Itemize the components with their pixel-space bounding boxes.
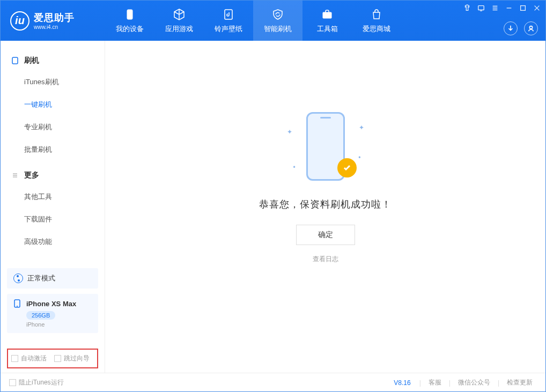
window-controls [463,4,541,12]
device-name: iPhone XS Max [26,300,76,308]
maximize-icon[interactable] [519,4,527,12]
menu-icon[interactable] [491,4,499,12]
success-illustration: ✦ ✦ • • [277,107,374,187]
refresh-shield-icon [271,8,284,21]
success-message: 恭喜您，保资料刷机成功啦！ [259,198,392,211]
device-small-icon [11,57,19,64]
footer-link-wechat[interactable]: 微信公众号 [454,378,495,387]
iphone-icon [13,299,22,308]
app-logo-icon: iu [10,11,29,31]
checkbox-label: 自动激活 [21,354,47,363]
tab-label: 智能刷机 [264,24,292,34]
device-storage-badge: 256GB [26,311,55,320]
tab-toolbox[interactable]: 工具箱 [302,1,352,41]
check-badge-icon [337,158,357,177]
checkbox-block-itunes[interactable]: 阻止iTunes运行 [9,378,64,387]
list-icon [11,172,19,179]
mode-icon [13,273,23,283]
tab-label: 我的设备 [116,24,144,34]
sparkle-icon: ✦ [287,128,292,136]
svg-point-8 [17,306,18,307]
svg-rect-0 [127,10,132,19]
main-content: ✦ ✦ • • 恭喜您，保资料刷机成功啦！ 确定 查看日志 [105,41,545,373]
sidebar-header-flash: 刷机 [1,50,105,71]
bag-icon [370,8,383,21]
svg-rect-3 [478,6,484,10]
tab-label: 工具箱 [317,24,338,34]
svg-rect-6 [12,57,18,64]
tab-flash[interactable]: 智能刷机 [253,1,302,41]
tab-ringtones[interactable]: 铃声壁纸 [204,1,253,41]
checkbox-label: 跳过向导 [64,354,90,363]
sparkle-icon: • [358,154,360,161]
sidebar-item-oneclick-flash[interactable]: 一键刷机 [1,93,105,116]
download-icon[interactable] [504,21,518,35]
device-type: iPhone [26,321,92,328]
checkbox-skip-guide[interactable]: 跳过向导 [54,354,90,363]
close-icon[interactable] [533,4,541,12]
view-log-link[interactable]: 查看日志 [313,255,338,264]
sidebar-section-title: 更多 [24,171,39,180]
svg-point-5 [529,26,532,29]
cube-icon [173,8,186,21]
header-actions [504,21,538,35]
minimize-icon[interactable] [505,4,513,12]
version-label: V8.16 [394,379,410,387]
sparkle-icon: ✦ [359,124,364,131]
checkbox-label: 阻止iTunes运行 [19,378,64,387]
sidebar-item-download-firmware[interactable]: 下载固件 [1,208,105,231]
checkbox-icon [11,355,18,362]
tab-apps-games[interactable]: 应用游戏 [154,1,204,41]
sparkle-icon: • [293,164,296,171]
svg-rect-4 [521,6,526,11]
tab-label: 应用游戏 [165,24,193,34]
checkbox-icon [9,379,16,386]
header-bar: iu 爱思助手 www.i4.cn 我的设备 应用游戏 铃声壁纸 智能刷机 工具… [1,1,545,41]
svg-rect-1 [225,10,232,19]
ok-button[interactable]: 确定 [296,225,355,245]
sidebar-item-itunes-flash[interactable]: iTunes刷机 [1,71,105,93]
tab-store[interactable]: 爱思商城 [352,1,401,41]
skin-icon[interactable] [463,4,471,12]
checkbox-icon [54,355,61,362]
logo-area: iu 爱思助手 www.i4.cn [1,11,105,31]
checkbox-auto-activate[interactable]: 自动激活 [11,354,47,363]
sidebar: 刷机 iTunes刷机 一键刷机 专业刷机 批量刷机 更多 其他工具 下载固件 … [1,41,105,373]
footer-link-support[interactable]: 客服 [424,378,446,387]
footer-link-update[interactable]: 检查更新 [503,378,537,387]
svg-rect-2 [323,12,331,18]
mode-label: 正常模式 [27,273,55,283]
tab-my-device[interactable]: 我的设备 [105,1,154,41]
sidebar-header-more: 更多 [1,165,105,186]
app-title: 爱思助手 [34,11,75,24]
music-icon [222,8,235,21]
sidebar-item-other-tools[interactable]: 其他工具 [1,186,105,208]
sidebar-section-title: 刷机 [24,56,39,65]
app-subtitle: www.i4.cn [34,24,75,30]
footer: 阻止iTunes运行 V8.16 | 客服 | 微信公众号 | 检查更新 [1,373,545,392]
device-card[interactable]: iPhone XS Max 256GB iPhone [7,294,98,333]
checkbox-highlight-area: 自动激活 跳过向导 [7,349,98,368]
sidebar-item-batch-flash[interactable]: 批量刷机 [1,138,105,161]
feedback-icon[interactable] [477,4,485,12]
tab-label: 铃声壁纸 [215,24,242,34]
mode-card[interactable]: 正常模式 [7,268,98,289]
sidebar-item-advanced[interactable]: 高级功能 [1,231,105,253]
briefcase-icon [321,8,334,21]
user-icon[interactable] [524,21,538,35]
tab-label: 爱思商城 [363,24,390,34]
main-tabs: 我的设备 应用游戏 铃声壁纸 智能刷机 工具箱 爱思商城 [105,1,401,41]
phone-icon [123,8,136,21]
sidebar-item-pro-flash[interactable]: 专业刷机 [1,116,105,138]
